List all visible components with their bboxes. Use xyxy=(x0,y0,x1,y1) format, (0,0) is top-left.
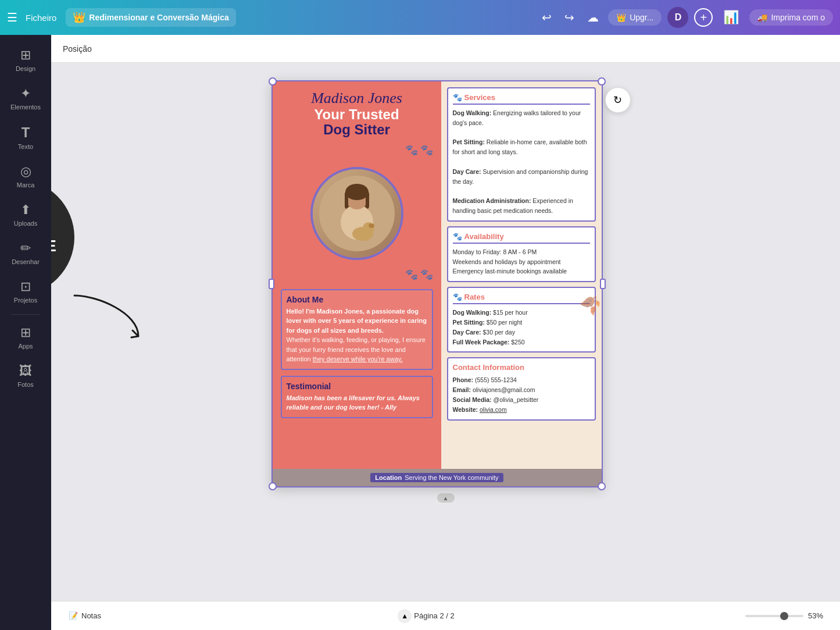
file-menu[interactable]: Ficheiro xyxy=(26,13,56,23)
sidebar-divider xyxy=(11,314,40,315)
bottom-strip: Location Serving the New York community xyxy=(273,469,602,486)
availability-paw-icon: 🐾 xyxy=(453,232,462,241)
availability-title-text: Availability xyxy=(464,232,504,241)
tagline-1[interactable]: Your Trusted xyxy=(281,107,433,122)
selection-handle-bl[interactable] xyxy=(269,482,277,490)
page-info: ▲ Página 2 / 2 xyxy=(398,609,454,623)
services-section[interactable]: 🐾 Services Dog Walking: Energizing walks… xyxy=(447,87,596,222)
apps-icon: ⊞ xyxy=(20,325,31,340)
rates-title-text: Rates xyxy=(464,293,485,301)
crown-upgrade-icon: 👑 xyxy=(616,13,626,22)
sidebar-item-marca[interactable]: ◎ Marca xyxy=(3,158,48,194)
svg-point-4 xyxy=(345,184,369,200)
sidebar-label-uploads: Uploads xyxy=(14,220,37,227)
sidebar-label-projetos: Projetos xyxy=(14,297,37,304)
selection-handle-tr[interactable] xyxy=(598,77,606,86)
sidebar-item-fotos[interactable]: 🖼 Fotos xyxy=(3,358,48,394)
print-button[interactable]: 🚚 Imprima com o xyxy=(749,9,833,26)
undo-button[interactable]: ↩ xyxy=(538,7,555,28)
sidebar: ⊞ Design ✦ Elementos T Texto ◎ Marca ⬆ U… xyxy=(0,35,51,630)
page-label: Página 2 / 2 xyxy=(414,611,454,620)
location-badge: Location Serving the New York community xyxy=(370,473,503,482)
selection-handle-tl[interactable] xyxy=(269,77,277,86)
design-card[interactable]: ↻ Madison Jones Your Trusted Dog Sitter … xyxy=(271,80,603,487)
elementos-icon: ✦ xyxy=(20,86,31,101)
sidebar-item-apps[interactable]: ⊞ Apps xyxy=(3,319,48,355)
services-title-text: Services xyxy=(464,93,496,102)
paw-icon-3: 🐾 xyxy=(405,268,418,281)
canvas-area: Posição FULLY EDITABLE xyxy=(51,35,840,630)
svg-rect-5 xyxy=(345,192,348,208)
sidebar-item-texto[interactable]: T Texto xyxy=(3,119,48,156)
zoom-area: 53% xyxy=(745,611,828,620)
sidebar-label-design: Design xyxy=(16,65,35,72)
sidebar-label-desenhar: Desenhar xyxy=(12,258,40,265)
sidebar-label-marca: Marca xyxy=(17,181,35,188)
svg-point-9 xyxy=(369,223,374,228)
title-section: Madison Jones Your Trusted Dog Sitter xyxy=(281,90,433,138)
arrow-graphic xyxy=(63,290,150,348)
avatar[interactable]: D xyxy=(667,7,688,28)
menu-icon[interactable]: ☰ xyxy=(7,10,17,24)
print-label: Imprima com o xyxy=(771,13,825,22)
desenhar-icon: ✏ xyxy=(20,241,31,256)
canvas-scroll[interactable]: FULLY EDITABLE ↻ xyxy=(51,63,840,601)
profile-photo[interactable] xyxy=(310,167,403,260)
design-icon: ⊞ xyxy=(20,48,31,63)
bottom-bar: 📝 Notas ▲ Página 2 / 2 53% xyxy=(51,601,840,630)
topbar-title: Redimensionar e Conversão Mágica xyxy=(89,13,228,22)
paw-icons: 🐾 🐾 xyxy=(281,144,433,156)
rates-text: Dog Walking: $15 per hour Pet Sitting: $… xyxy=(453,308,590,347)
paw-icon-2: 🐾 xyxy=(420,144,433,156)
tagline-2[interactable]: Dog Sitter xyxy=(281,122,433,137)
refresh-button[interactable]: ↻ xyxy=(605,87,631,113)
paw-icon-1: 🐾 xyxy=(405,144,418,156)
sidebar-item-uploads[interactable]: ⬆ Uploads xyxy=(3,197,48,233)
zoom-slider[interactable] xyxy=(745,615,803,617)
selection-handle-ml[interactable] xyxy=(269,279,274,289)
upgrade-button[interactable]: 👑 Upgr... xyxy=(608,9,662,26)
availability-section[interactable]: 🐾 Availability Monday to Friday: 8 AM - … xyxy=(447,226,596,282)
contact-text: Phone: (555) 555-1234 Email: oliviajones… xyxy=(453,375,590,414)
cloud-button[interactable]: ☁ xyxy=(584,7,602,28)
sidebar-label-apps: Apps xyxy=(18,343,33,350)
rates-section[interactable]: 🐾 Rates Dog Walking: $15 per hour Pet Si… xyxy=(447,287,596,353)
selection-handle-mr[interactable] xyxy=(600,279,606,289)
contact-section[interactable]: Contact Information Phone: (555) 555-123… xyxy=(447,357,596,420)
page-scroll-up[interactable]: ▲ xyxy=(271,493,620,503)
page-up-button[interactable]: ▲ xyxy=(398,609,412,623)
notes-button[interactable]: 📝 Notas xyxy=(63,608,107,624)
paw-icons-bottom: 🐾 🐾 xyxy=(281,268,433,281)
redo-button[interactable]: ↪ xyxy=(561,7,578,28)
sidebar-item-desenhar[interactable]: ✏ Desenhar xyxy=(3,235,48,271)
projetos-icon: ⊡ xyxy=(20,279,31,294)
analytics-icon[interactable]: 📊 xyxy=(719,8,744,27)
photo-wrapper xyxy=(281,167,433,260)
owner-name[interactable]: Madison Jones xyxy=(281,90,433,107)
right-panel: 🐾 Services Dog Walking: Energizing walks… xyxy=(441,81,602,486)
paw-icon-4: 🐾 xyxy=(420,268,433,281)
rates-heading: 🐾 Rates xyxy=(453,293,590,304)
photo-placeholder xyxy=(313,169,401,258)
sidebar-label-texto: Texto xyxy=(18,143,33,150)
about-section[interactable]: About Me Hello! I'm Madison Jones, a pas… xyxy=(281,289,433,370)
crown-icon: 👑 xyxy=(73,11,85,24)
testimonial-heading: Testimonial xyxy=(287,382,427,391)
fotos-icon: 🖼 xyxy=(19,364,32,379)
zoom-thumb[interactable] xyxy=(780,612,788,620)
sidebar-label-elementos: Elementos xyxy=(10,104,41,111)
sidebar-item-design[interactable]: ⊞ Design xyxy=(3,42,48,78)
left-panel: Madison Jones Your Trusted Dog Sitter 🐾 … xyxy=(273,81,441,486)
selection-handle-br[interactable] xyxy=(598,482,606,490)
notes-label: Notas xyxy=(81,611,101,620)
testimonial-text: Madison has been a lifesaver for us. Alw… xyxy=(287,393,427,412)
sidebar-item-projetos[interactable]: ⊡ Projetos xyxy=(3,273,48,309)
services-text: Dog Walking: Energizing walks tailored t… xyxy=(453,108,590,216)
magic-resize-button[interactable]: 👑 Redimensionar e Conversão Mágica xyxy=(66,8,235,27)
sidebar-item-elementos[interactable]: ✦ Elementos xyxy=(3,80,48,116)
testimonial-section[interactable]: Testimonial Madison has been a lifesaver… xyxy=(281,376,433,418)
uploads-icon: ⬆ xyxy=(20,202,31,218)
notes-icon: 📝 xyxy=(69,611,78,620)
canvas-document: ↻ Madison Jones Your Trusted Dog Sitter … xyxy=(271,80,620,503)
add-button[interactable]: + xyxy=(694,8,713,27)
